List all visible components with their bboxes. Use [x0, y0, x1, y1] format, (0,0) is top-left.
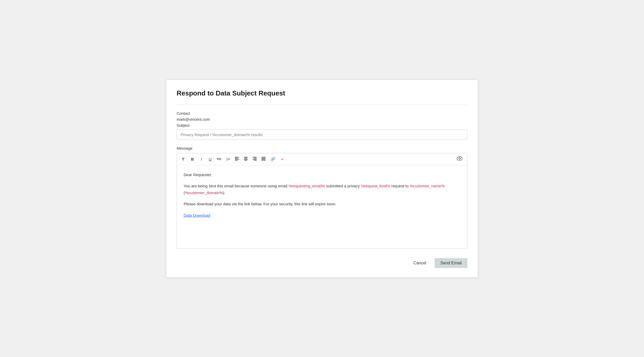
align-center-icon [244, 157, 248, 161]
bullet-list-icon: •≡ [217, 157, 221, 161]
svg-point-16 [459, 158, 460, 159]
dialog-footer: Cancel Send Email [177, 257, 467, 268]
preview-button[interactable] [456, 156, 463, 162]
align-left-icon [235, 157, 239, 161]
send-email-button[interactable]: Send Email [435, 258, 467, 268]
svg-rect-3 [235, 160, 238, 161]
editor-toolbar: T↑ B I U •≡ 1≡ [177, 153, 467, 165]
svg-rect-11 [254, 160, 257, 161]
underline-icon: U [209, 157, 212, 161]
svg-rect-9 [254, 158, 257, 158]
body-line2: You are being sent this email because so… [184, 183, 460, 196]
eye-icon [457, 156, 462, 162]
body-line3: Please download your data via the link b… [184, 201, 460, 207]
respond-dialog: Respond to Data Subject Request Contact … [166, 80, 478, 278]
svg-rect-15 [261, 160, 266, 161]
data-download-paragraph: Data Download [184, 212, 460, 219]
align-right-button[interactable] [252, 156, 258, 162]
svg-rect-6 [244, 159, 248, 160]
subject-input[interactable] [177, 130, 467, 140]
subject-label: Subject [177, 123, 467, 128]
link-icon: 🔗 [270, 157, 275, 162]
editor-content[interactable]: Dear Requester, You are being sent this … [177, 165, 467, 248]
link-button[interactable]: 🔗 [269, 156, 276, 162]
align-justify-icon [261, 157, 266, 161]
svg-rect-4 [244, 157, 248, 157]
svg-rect-2 [235, 159, 239, 160]
divider [177, 105, 467, 105]
underline-button[interactable]: U [207, 156, 213, 162]
svg-rect-8 [253, 157, 257, 157]
svg-rect-12 [261, 157, 266, 157]
dialog-title: Respond to Data Subject Request [177, 89, 467, 97]
message-editor: T↑ B I U •≡ 1≡ [177, 153, 467, 249]
greeting-line: Dear Requester, [184, 171, 460, 178]
bullet-list-button[interactable]: •≡ [216, 156, 222, 162]
svg-rect-14 [261, 159, 266, 160]
add-button[interactable]: + [279, 156, 285, 162]
bold-icon: B [191, 157, 194, 161]
contact-email: mark@vincent.com [177, 117, 467, 122]
text-size-button[interactable]: T↑ [181, 156, 187, 162]
numbered-list-icon: 1≡ [226, 157, 230, 161]
svg-rect-7 [244, 160, 247, 161]
svg-rect-13 [261, 158, 266, 158]
svg-rect-1 [235, 158, 238, 158]
bold-button[interactable]: B [189, 156, 196, 162]
data-download-link[interactable]: Data Download [184, 213, 210, 218]
align-left-button[interactable] [234, 156, 240, 162]
svg-rect-0 [235, 157, 239, 157]
text-size-icon: T↑ [182, 157, 185, 161]
align-center-button[interactable] [243, 156, 249, 162]
svg-rect-10 [253, 159, 257, 160]
svg-rect-5 [244, 158, 247, 158]
message-label: Message [177, 146, 467, 150]
align-right-icon [253, 157, 257, 161]
align-justify-button[interactable] [260, 156, 267, 162]
numbered-list-button[interactable]: 1≡ [225, 157, 231, 162]
italic-button[interactable]: I [198, 156, 204, 162]
add-icon: + [281, 157, 283, 161]
cancel-button[interactable]: Cancel [409, 259, 430, 267]
contact-label: Contact [177, 111, 467, 116]
italic-icon: I [201, 157, 202, 161]
